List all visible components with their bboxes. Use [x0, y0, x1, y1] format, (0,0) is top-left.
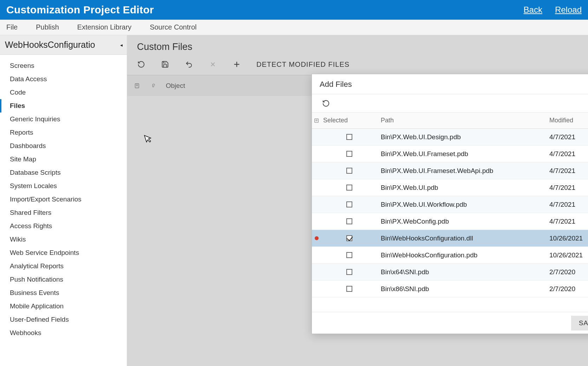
file-row[interactable]: Bin\x86\SNI.pdb2/7/2020691200 [312, 281, 588, 297]
file-row[interactable]: Bin\PX.Web.UI.Frameset.pdb4/7/202188908 [312, 146, 588, 162]
sidebar-item-push-notifications[interactable]: Push Notifications [0, 273, 127, 286]
grid-body[interactable]: ▴ ▾ Bin\PX.Web.UI.Design.pdb4/7/20217529… [312, 129, 588, 312]
file-row[interactable]: Bin\PX.Web.UI.Workflow.pdb4/7/202122816 [312, 196, 588, 213]
project-name-text: WebHooksConfiguratio [5, 40, 95, 50]
sidebar-item-system-locales[interactable]: System Locales [0, 179, 127, 193]
row-settings-icon[interactable] [312, 118, 321, 123]
file-row[interactable]: Bin\PX.WebConfig.pdb4/7/2021169472 [312, 213, 588, 230]
sidebar-item-database-scripts[interactable]: Database Scripts [0, 166, 127, 179]
row-path: Bin\PX.Web.UI.pdb [377, 184, 549, 192]
row-checkbox[interactable] [346, 235, 352, 241]
row-checkbox[interactable] [346, 134, 352, 140]
file-row[interactable]: Bin\PX.Web.UI.pdb4/7/2021896780 [312, 179, 588, 196]
row-path: Bin\x86\SNI.pdb [377, 285, 549, 293]
row-path: Bin\PX.Web.UI.Design.pdb [377, 133, 549, 141]
app-header: Customization Project Editor Back Reload [0, 0, 588, 20]
row-modified: 2/7/2020 [549, 268, 588, 276]
menu-extension-library[interactable]: Extension Library [77, 23, 132, 31]
row-modified: 4/7/2021 [549, 150, 588, 158]
sidebar-item-data-access[interactable]: Data Access [0, 72, 127, 86]
sidebar-item-import-export-scenarios[interactable]: Import/Export Scenarios [0, 193, 127, 206]
row-path: Bin\PX.Web.UI.Frameset.WebApi.pdb [377, 167, 549, 175]
main-panel: Custom Files DETECT MODIFIED FILES Objec… [127, 35, 588, 366]
col-modified[interactable]: Modified [549, 117, 588, 124]
sidebar-item-wikis[interactable]: Wikis [0, 233, 127, 246]
row-modified: 4/7/2021 [549, 167, 588, 175]
col-selected[interactable]: Selected [321, 117, 377, 124]
back-link[interactable]: Back [524, 5, 542, 15]
row-modified: 2/7/2020 [549, 285, 588, 293]
row-path: Bin\WebHooksConfiguration.dll [377, 235, 549, 242]
row-checkbox[interactable] [346, 151, 352, 157]
row-modified: 4/7/2021 [549, 201, 588, 208]
row-modified: 10/26/2021 [549, 235, 588, 242]
row-path: Bin\PX.Web.UI.Frameset.pdb [377, 150, 549, 158]
sidebar-item-access-rights[interactable]: Access Rights [0, 219, 127, 233]
dialog-backdrop: Add Files Selected Path Modified [127, 35, 588, 366]
file-row[interactable]: Bin\PX.Web.UI.Frameset.WebApi.pdb4/7/202… [312, 162, 588, 179]
sidebar-item-screens[interactable]: Screens [0, 59, 127, 72]
add-files-dialog: Add Files Selected Path Modified [312, 74, 588, 334]
row-modified: 4/7/2021 [549, 218, 588, 225]
row-path: Bin\WebHooksConfiguration.pdb [377, 251, 549, 259]
sidebar-item-files[interactable]: Files [0, 99, 127, 113]
file-row[interactable]: Bin\PX.Web.UI.Design.pdb4/7/202175292 [312, 129, 588, 146]
sidebar-item-user-defined-fields[interactable]: User-Defined Fields [0, 313, 127, 326]
sidebar-item-site-map[interactable]: Site Map [0, 153, 127, 166]
row-modified: 10/26/2021 [549, 251, 588, 259]
row-checkbox[interactable] [346, 218, 352, 224]
dialog-refresh-icon[interactable] [322, 99, 330, 108]
row-checkbox[interactable] [346, 252, 352, 258]
sidebar-item-reports[interactable]: Reports [0, 126, 127, 139]
row-marker [312, 236, 321, 240]
row-path: Bin\PX.Web.UI.Workflow.pdb [377, 201, 549, 208]
row-path: Bin\x64\SNI.pdb [377, 268, 549, 276]
project-name[interactable]: WebHooksConfiguratio ◂ [0, 35, 127, 55]
menu-file[interactable]: File [6, 23, 18, 31]
row-modified: 4/7/2021 [549, 133, 588, 141]
row-checkbox[interactable] [346, 201, 352, 207]
sidebar-item-dashboards[interactable]: Dashboards [0, 139, 127, 153]
row-checkbox[interactable] [346, 185, 352, 191]
sidebar-item-analytical-reports[interactable]: Analytical Reports [0, 259, 127, 273]
save-button[interactable]: SAVE [571, 316, 588, 330]
menu-publish[interactable]: Publish [36, 23, 59, 31]
row-modified: 4/7/2021 [549, 184, 588, 192]
grid-header: Selected Path Modified Size [312, 113, 588, 129]
col-path[interactable]: Path [377, 117, 549, 124]
sidebar-item-code[interactable]: Code [0, 86, 127, 99]
sidebar-item-webhooks[interactable]: Webhooks [0, 326, 127, 340]
collapse-caret-icon[interactable]: ◂ [120, 42, 123, 48]
sidebar-item-shared-filters[interactable]: Shared Filters [0, 206, 127, 219]
sidebar: WebHooksConfiguratio ◂ ScreensData Acces… [0, 35, 127, 366]
app-title: Customization Project Editor [6, 4, 154, 16]
sidebar-item-generic-inquiries[interactable]: Generic Inquiries [0, 113, 127, 126]
reload-link[interactable]: Reload [555, 5, 582, 15]
menu-source-control[interactable]: Source Control [150, 23, 196, 31]
sidebar-item-web-service-endpoints[interactable]: Web Service Endpoints [0, 246, 127, 259]
row-checkbox[interactable] [346, 168, 352, 174]
row-path: Bin\PX.WebConfig.pdb [377, 218, 549, 225]
file-row[interactable]: Bin\x64\SNI.pdb2/7/2020592896 [312, 264, 588, 281]
file-row[interactable]: Bin\WebHooksConfiguration.pdb10/26/20211… [312, 247, 588, 264]
sidebar-item-mobile-application[interactable]: Mobile Application [0, 300, 127, 313]
sidebar-item-business-events[interactable]: Business Events [0, 286, 127, 300]
dialog-title: Add Files [320, 80, 352, 89]
file-row[interactable]: Bin\WebHooksConfiguration.dll10/26/20217… [312, 230, 588, 247]
row-checkbox[interactable] [346, 286, 352, 292]
menubar: FilePublishExtension LibrarySource Contr… [0, 20, 588, 35]
row-checkbox[interactable] [346, 269, 352, 275]
modified-dot-icon [315, 236, 319, 240]
